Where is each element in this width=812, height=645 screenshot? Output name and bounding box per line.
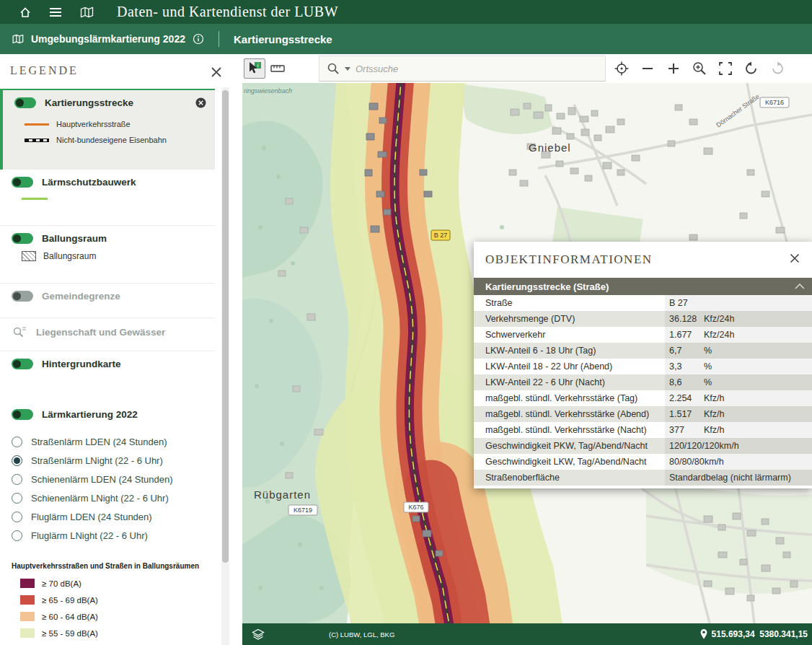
scrollbar-thumb[interactable] xyxy=(222,90,229,563)
info-icon xyxy=(193,33,204,45)
legend-entry-label: Nicht-bundeseigene Eisenbahn xyxy=(56,136,167,144)
magnifier-plus-icon xyxy=(692,61,707,76)
layer-label: Lärmkartierung 2022 xyxy=(42,409,206,420)
object-info-titlebar: OBJEKTINFORMATIONEN xyxy=(474,242,812,278)
road-shield-b27: B 27 xyxy=(431,230,450,240)
map-icon xyxy=(79,6,94,19)
radio-strassenlaerm-lnight[interactable]: Straßenlärm LNight (22 - 6 Uhr) xyxy=(0,451,215,470)
toggle-laermkartierung[interactable] xyxy=(12,409,33,420)
search-input[interactable] xyxy=(356,63,598,74)
radio-icon-selected xyxy=(12,455,22,466)
table-row: maßgebl. stündl. Verkehrsstärke (Nacht)3… xyxy=(474,422,812,438)
svg-text:K6716: K6716 xyxy=(765,99,784,106)
module-info-button[interactable] xyxy=(193,33,204,45)
place-label-gniebel: Gniebel xyxy=(529,141,571,154)
sidebar-scrollbar[interactable] xyxy=(221,87,229,645)
breadcrumb: Kartierungsstrecke xyxy=(234,33,332,45)
road-shield-k6716: K6716 xyxy=(760,97,789,108)
close-icon xyxy=(789,253,800,264)
layer-label: Hintergrundkarte xyxy=(42,359,206,369)
layer-label: Ballungsraum xyxy=(42,233,206,244)
close-icon xyxy=(210,66,223,79)
scale-row xyxy=(0,641,215,645)
radio-fluglaerm-lden[interactable]: Fluglärm LDEN (24 Stunden) xyxy=(0,507,215,526)
home-button[interactable] xyxy=(19,6,32,19)
table-row: StraßenoberflächeStandardbelag (nicht lä… xyxy=(474,470,812,486)
zoom-in-button[interactable] xyxy=(663,58,684,79)
object-info-section-header[interactable]: Kartierungsstrecke (Straße) xyxy=(474,278,812,295)
menu-button[interactable] xyxy=(49,7,62,17)
layer-item-hintergrundkarte: Hintergrundkarte xyxy=(0,351,215,387)
radio-schienenlaerm-lnight[interactable]: Schienenlärm LNight (22 - 6 Uhr) xyxy=(0,488,215,507)
zoom-box-button[interactable] xyxy=(689,58,710,79)
layers-button[interactable] xyxy=(251,628,265,641)
laermschutz-swatch xyxy=(22,198,48,200)
table-row: Geschwindigkeit PKW, Tag/Abend/Nacht120/… xyxy=(474,438,812,454)
toggle-kartierungsstrecke[interactable] xyxy=(14,97,36,108)
chevron-up-icon xyxy=(795,284,805,289)
search-options-caret[interactable] xyxy=(345,67,350,71)
map-service-button[interactable] xyxy=(79,6,94,19)
remove-layer-button[interactable] xyxy=(195,97,206,108)
layer-label: Liegenschaft und Gewässer xyxy=(36,327,206,338)
zoom-out-button[interactable] xyxy=(637,58,658,79)
identify-tool-button[interactable]: i xyxy=(244,58,265,79)
app-window: Daten- und Kartendienst der LUBW Umgebun… xyxy=(0,0,812,645)
table-row: maßgebl. stündl. Verkehrsstärke (Abend)1… xyxy=(474,406,812,422)
layer-label: Gemeindegrenze xyxy=(42,291,206,302)
road-shield-k676: K676 xyxy=(404,502,428,512)
coordinates-text: 515.693,34 5380.341,15 xyxy=(712,629,808,639)
map-attribution: (C) LUBW, LGL, BKG xyxy=(329,631,394,639)
search-icon[interactable] xyxy=(327,62,340,75)
pointer-info-icon: i xyxy=(247,61,262,76)
radio-fluglaerm-lnight[interactable]: Fluglärm LNight (22 - 6 Uhr) xyxy=(0,526,215,545)
crosshair-icon xyxy=(614,61,630,76)
noise-corridor xyxy=(394,83,470,623)
layer-item-laermkartierung: Lärmkartierung 2022 xyxy=(0,406,215,431)
ruler-icon xyxy=(270,61,286,76)
radio-icon xyxy=(12,474,22,485)
scale-swatch xyxy=(20,628,35,638)
layer-item-gemeindegrenze: Gemeindegrenze xyxy=(0,284,215,318)
full-extent-button[interactable] xyxy=(715,58,736,79)
home-icon xyxy=(19,6,32,19)
object-info-close-button[interactable] xyxy=(789,253,800,267)
object-info-panel: OBJEKTINFORMATIONEN Kartierungsstrecke (… xyxy=(474,242,812,488)
toggle-hintergrundkarte[interactable] xyxy=(12,359,33,369)
stream-label: ringswiesenbach xyxy=(244,87,292,95)
toggle-ballungsraum[interactable] xyxy=(12,233,33,244)
table-row: LKW-Anteil 18 - 22 Uhr (Abend)3,3% xyxy=(474,359,812,374)
geolocate-button[interactable] xyxy=(612,58,632,79)
table-row: Verkehrsmenge (DTV)36.128Kfz/24h xyxy=(474,311,812,327)
undo-button[interactable] xyxy=(741,58,762,79)
svg-text:B 27: B 27 xyxy=(434,232,448,239)
railway-swatch xyxy=(25,139,49,142)
module-label: Umgebungslärmkartierung 2022 xyxy=(31,33,185,45)
legend-close-button[interactable] xyxy=(209,65,224,79)
extent-icon xyxy=(718,61,733,76)
scale-row: ≥ 60 - 64 dB(A) xyxy=(0,608,215,625)
table-row: StraßeB 27 xyxy=(474,295,812,311)
table-row: LKW-Anteil 22 - 6 Uhr (Nacht)8,6% xyxy=(474,374,812,390)
radio-schienenlaerm-lden[interactable]: Schienenlärm LDEN (24 Stunden) xyxy=(0,470,215,488)
legend-panel: LEGENDE Kartierungsstrecke Hauptverkehrs… xyxy=(0,54,242,645)
ballungsraum-swatch xyxy=(22,251,36,261)
redo-button[interactable] xyxy=(767,58,787,79)
scale-swatch xyxy=(20,579,35,588)
map-statusbar: (C) LUBW, LGL, BKG 515.693,34 5380.341,1… xyxy=(242,623,812,645)
layer-label: Lärmschutzbauwerk xyxy=(42,177,206,188)
scale-row: ≥ 65 - 69 dB(A) xyxy=(0,592,215,608)
remove-circle-icon xyxy=(195,97,206,108)
legend-entry-label: Hauptverkehrsstraße xyxy=(56,120,131,128)
legend-entry-hauptverkehrsstrasse: Hauptverkehrsstraße xyxy=(25,120,215,128)
radio-strassenlaerm-lden[interactable]: Straßenlärm LDEN (24 Stunden) xyxy=(0,432,215,451)
toggle-laermschutzbauwerk[interactable] xyxy=(12,177,33,188)
toggle-gemeindegrenze[interactable] xyxy=(12,291,33,302)
minus-icon xyxy=(640,61,656,76)
layer-item-kartierungsstrecke: Kartierungsstrecke Hauptverkehrsstraße N… xyxy=(0,89,215,170)
svg-text:K6719: K6719 xyxy=(294,506,312,514)
place-label-ruebgarten: Rübgarten xyxy=(254,488,311,501)
layer-label: Kartierungsstrecke xyxy=(45,97,187,108)
measure-tool-button[interactable] xyxy=(267,58,288,79)
scale-title: Hauptverkehrsstraßen und Straßen in Ball… xyxy=(12,562,218,570)
